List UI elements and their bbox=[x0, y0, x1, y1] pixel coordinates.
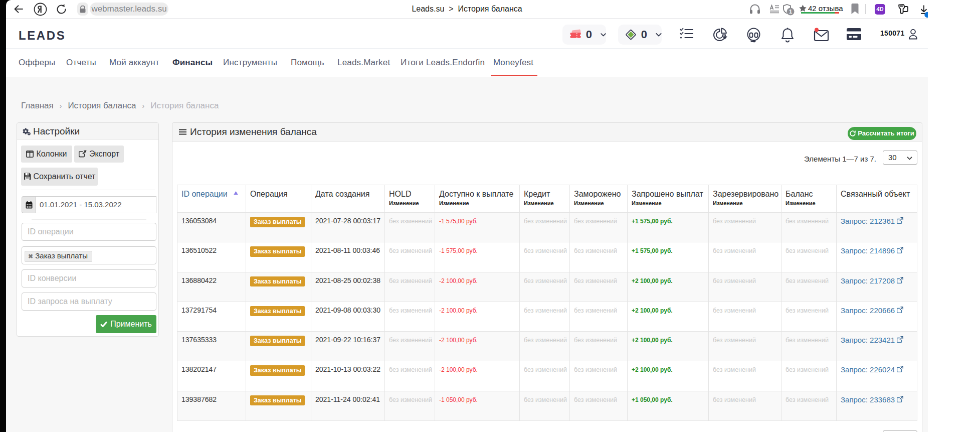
svg-text:1: 1 bbox=[789, 9, 792, 15]
